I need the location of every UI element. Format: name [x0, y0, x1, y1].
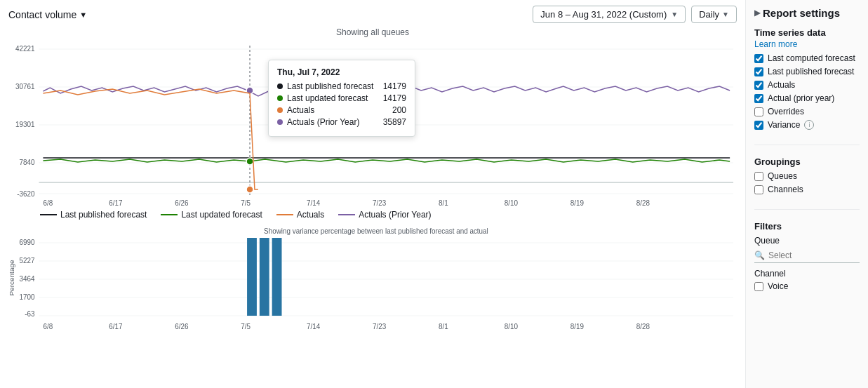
vy-label-3: 1700 [20, 293, 35, 301]
x-label-3: 7/5 [241, 199, 251, 207]
sidebar-title: ▶ Report settings [754, 7, 860, 19]
x-label-6: 8/1 [439, 199, 448, 207]
checkbox-actuals[interactable]: Actuals [754, 80, 860, 90]
vy-label-4: -63 [25, 310, 35, 318]
legend-line-2 [276, 214, 293, 215]
vx-label-0: 6/8 [43, 323, 53, 330]
vx-label-4: 7/14 [307, 323, 321, 330]
variance-chart: Percentage Showing variance percentage b… [8, 225, 737, 334]
filters-section: Filters Queue 🔍 Channel Voice [754, 221, 860, 295]
chart-legend: Last published forecast Last updated for… [40, 207, 737, 222]
showing-label: Showing all queues [8, 27, 737, 37]
date-picker[interactable]: Jun 8 – Aug 31, 2022 (Custom) ▼ [533, 6, 686, 23]
updated-forecast-dot [246, 158, 253, 165]
y-label-1: 30761 [15, 83, 35, 91]
x-label-8: 8/19 [570, 199, 585, 207]
contact-volume-label: Contact volume [8, 9, 76, 20]
legend-label-0: Last published forecast [60, 210, 147, 220]
queue-search-icon: 🔍 [754, 250, 765, 260]
divider-1 [754, 145, 860, 145]
actuals-line-pre [43, 89, 258, 189]
checkbox-voice[interactable]: Voice [754, 281, 860, 291]
variance-title: Showing variance percentage between last… [264, 227, 488, 235]
y-label-3: 7840 [20, 159, 35, 166]
vy-label-1: 5227 [20, 257, 35, 265]
top-bar: Contact volume ▼ Jun 8 – Aug 31, 2022 (C… [8, 6, 737, 23]
checkbox-last-published-forecast[interactable]: Last published forecast [754, 67, 860, 76]
y-label-4: -3620 [17, 190, 35, 198]
x-label-5: 7/23 [373, 199, 387, 207]
report-settings-sidebar: ▶ Report settings Time series data Learn… [745, 0, 868, 388]
checkbox-queues-label: Queues [768, 171, 797, 181]
checkbox-last-computed-forecast-input[interactable] [754, 54, 763, 63]
variance-bar-2 [272, 238, 282, 316]
vy-label-2: 3464 [20, 275, 35, 283]
checkbox-variance[interactable]: Variance i [754, 120, 860, 130]
checkbox-last-published-forecast-input[interactable] [754, 67, 763, 76]
x-label-9: 8/28 [636, 199, 650, 207]
date-range-label: Jun 8 – Aug 31, 2022 (Custom) [540, 9, 667, 20]
x-label-2: 6/26 [175, 199, 189, 207]
main-chart: 42221 30761 19301 7840 -3620 6/8 6/17 6/… [8, 39, 737, 207]
legend-item-2: Actuals [276, 210, 324, 220]
legend-label-2: Actuals [297, 210, 324, 220]
vx-label-7: 8/10 [505, 323, 519, 330]
checkbox-overrides-label: Overrides [768, 107, 804, 116]
x-label-4: 7/14 [307, 199, 321, 207]
checkbox-queues[interactable]: Queues [754, 171, 860, 181]
interval-arrow-icon: ▼ [722, 11, 729, 18]
checkbox-voice-input[interactable] [754, 282, 763, 291]
y-label-0: 42221 [15, 45, 35, 53]
vx-label-9: 8/28 [636, 323, 650, 330]
checkbox-actual-prior-year-label: Actual (prior year) [768, 93, 834, 103]
checkbox-last-computed-forecast[interactable]: Last computed forecast [754, 53, 860, 63]
prior-year-line [43, 86, 730, 96]
checkbox-overrides-input[interactable] [754, 107, 763, 116]
vx-label-6: 8/1 [439, 323, 448, 330]
variance-chart-svg: Percentage Showing variance percentage b… [8, 225, 737, 334]
interval-selector[interactable]: Daily ▼ [691, 6, 737, 23]
checkbox-last-computed-forecast-label: Last computed forecast [768, 53, 855, 63]
main-content: Contact volume ▼ Jun 8 – Aug 31, 2022 (C… [0, 0, 745, 388]
checkbox-voice-label: Voice [768, 281, 788, 291]
vy-label-0: 6990 [20, 239, 35, 246]
contact-volume-button[interactable]: Contact volume ▼ [8, 9, 87, 20]
checkbox-actual-prior-year-input[interactable] [754, 94, 763, 103]
filters-section-title: Filters [754, 221, 860, 232]
checkbox-channels[interactable]: Channels [754, 185, 860, 194]
variance-info-icon[interactable]: i [804, 120, 814, 130]
checkbox-variance-label: Variance [768, 120, 800, 130]
variance-bar-1 [260, 238, 269, 316]
groupings-section-title: Groupings [754, 156, 860, 167]
checkbox-overrides[interactable]: Overrides [754, 107, 860, 116]
checkbox-actual-prior-year[interactable]: Actual (prior year) [754, 93, 860, 103]
queue-search-input[interactable] [768, 250, 860, 260]
checkbox-last-published-forecast-label: Last published forecast [768, 67, 854, 76]
updated-forecast-line [43, 159, 730, 162]
checkbox-actuals-label: Actuals [768, 80, 795, 90]
checkbox-variance-input[interactable] [754, 121, 763, 130]
date-picker-arrow-icon: ▼ [671, 11, 678, 18]
vx-label-5: 7/23 [373, 323, 387, 330]
vx-label-8: 8/19 [570, 323, 585, 330]
x-label-7: 8/10 [505, 199, 519, 207]
checkbox-actuals-input[interactable] [754, 81, 763, 90]
time-series-section: Time series data Learn more Last compute… [754, 27, 860, 133]
checkbox-channels-input[interactable] [754, 185, 763, 194]
checkbox-channels-label: Channels [768, 185, 803, 194]
vx-label-1: 6/17 [109, 323, 123, 330]
checkbox-queues-input[interactable] [754, 172, 763, 181]
y-label-2: 19301 [15, 121, 35, 128]
legend-item-3: Actuals (Prior Year) [338, 210, 431, 220]
queue-search-wrap[interactable]: 🔍 [754, 248, 860, 263]
vx-label-2: 6/26 [175, 323, 189, 330]
main-chart-svg: 42221 30761 19301 7840 -3620 6/8 6/17 6/… [8, 39, 737, 207]
queue-filter-label: Queue [754, 236, 860, 246]
actuals-dot [246, 186, 253, 193]
learn-more-link[interactable]: Learn more [754, 39, 860, 49]
dropdown-arrow-icon: ▼ [79, 11, 87, 19]
x-label-1: 6/17 [109, 199, 123, 207]
legend-label-3: Actuals (Prior Year) [359, 210, 431, 220]
groupings-section: Groupings Queues Channels [754, 156, 860, 198]
legend-label-1: Last updated forecast [181, 210, 262, 220]
